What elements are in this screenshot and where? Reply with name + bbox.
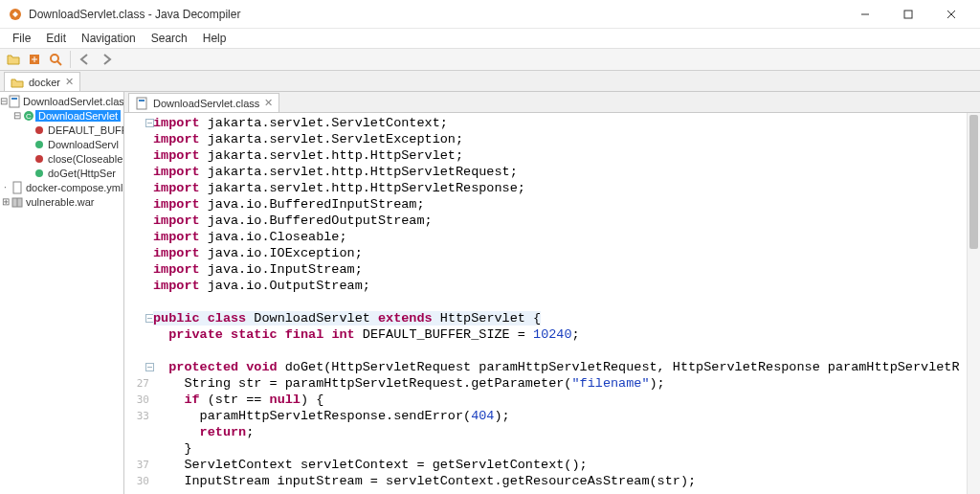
svg-line-7 bbox=[57, 61, 61, 65]
back-button[interactable] bbox=[76, 50, 95, 69]
svg-text:C: C bbox=[26, 112, 32, 121]
search-button[interactable] bbox=[46, 50, 65, 69]
scrollbar-thumb[interactable] bbox=[969, 115, 978, 249]
method-icon bbox=[33, 152, 46, 166]
class-icon: C bbox=[22, 109, 35, 123]
close-icon[interactable]: ✕ bbox=[65, 76, 74, 88]
tree-node-method-close[interactable]: close(Closeable bbox=[0, 151, 123, 166]
svg-rect-20 bbox=[139, 100, 145, 101]
method-icon bbox=[33, 167, 46, 180]
tree-node-field[interactable]: DEFAULT_BUFF bbox=[0, 123, 123, 137]
menu-file[interactable]: File bbox=[6, 31, 37, 46]
project-tab-docker[interactable]: docker ✕ bbox=[4, 72, 80, 91]
project-tabstrip: docker ✕ bbox=[0, 71, 980, 92]
method-icon bbox=[33, 138, 46, 151]
menu-search[interactable]: Search bbox=[145, 31, 194, 46]
code-body[interactable]: import jakarta.servlet.ServletContext; i… bbox=[153, 115, 967, 489]
svg-point-15 bbox=[35, 169, 43, 177]
tree-node-class-file[interactable]: ⊟ DownloadServlet.class bbox=[0, 94, 123, 108]
maximize-button[interactable] bbox=[886, 0, 929, 29]
tree-node-compose[interactable]: · docker-compose.yml bbox=[0, 180, 123, 194]
svg-point-12 bbox=[35, 126, 43, 134]
svg-rect-16 bbox=[13, 182, 21, 193]
svg-rect-8 bbox=[10, 96, 19, 107]
svg-point-13 bbox=[35, 141, 43, 148]
leaf-icon: · bbox=[0, 182, 11, 192]
toolbar bbox=[0, 48, 980, 71]
close-button[interactable] bbox=[929, 0, 972, 29]
svg-rect-2 bbox=[904, 11, 912, 18]
close-icon[interactable]: ✕ bbox=[264, 97, 273, 109]
window-title: DownloadServlet.class - Java Decompiler bbox=[29, 8, 843, 21]
gutter: 27 30 33 37 30 bbox=[124, 115, 151, 489]
tree-node-war[interactable]: ⊞ vulnerable.war bbox=[0, 194, 123, 209]
menubar: File Edit Navigation Search Help bbox=[0, 29, 980, 48]
workspace: ⊟ DownloadServlet.class ⊟ C DownloadServ… bbox=[0, 92, 980, 494]
file-icon bbox=[11, 181, 24, 194]
editor-tab-downloadservlet[interactable]: DownloadServlet.class ✕ bbox=[128, 93, 279, 112]
editor-tabstrip: DownloadServlet.class ✕ bbox=[124, 92, 980, 113]
menu-help[interactable]: Help bbox=[196, 31, 234, 46]
titlebar: DownloadServlet.class - Java Decompiler bbox=[0, 0, 980, 29]
tree-node-constructor[interactable]: DownloadServl bbox=[0, 137, 123, 151]
code-editor[interactable]: – – – 27 30 33 37 30 import jakarta.serv… bbox=[124, 113, 980, 494]
app-icon bbox=[8, 7, 23, 22]
folder-icon bbox=[11, 76, 24, 89]
editor-area: DownloadServlet.class ✕ – – – 27 30 33 3… bbox=[124, 92, 980, 494]
svg-point-6 bbox=[51, 55, 58, 62]
menu-edit[interactable]: Edit bbox=[39, 31, 73, 46]
minimize-button[interactable] bbox=[843, 0, 886, 29]
forward-button[interactable] bbox=[97, 50, 116, 69]
menu-navigation[interactable]: Navigation bbox=[75, 31, 143, 46]
class-file-icon bbox=[135, 97, 148, 110]
project-tree[interactable]: ⊟ DownloadServlet.class ⊟ C DownloadServ… bbox=[0, 92, 124, 494]
collapse-icon[interactable]: ⊟ bbox=[11, 110, 22, 121]
vertical-scrollbar[interactable] bbox=[967, 113, 980, 494]
svg-rect-19 bbox=[137, 98, 146, 109]
svg-rect-9 bbox=[11, 98, 17, 100]
svg-point-14 bbox=[35, 155, 43, 163]
editor-tab-label: DownloadServlet.class bbox=[153, 98, 259, 109]
open-file-button[interactable] bbox=[4, 50, 23, 69]
tree-node-method-doget[interactable]: doGet(HttpSer bbox=[0, 166, 123, 180]
tree-node-class[interactable]: ⊟ C DownloadServlet bbox=[0, 108, 123, 123]
collapse-icon[interactable]: ⊟ bbox=[0, 96, 8, 106]
toolbar-separator bbox=[70, 51, 71, 68]
class-file-icon bbox=[8, 95, 21, 108]
field-icon bbox=[33, 124, 46, 137]
open-type-button[interactable] bbox=[25, 50, 44, 69]
expand-icon[interactable]: ⊞ bbox=[0, 196, 11, 207]
project-tab-label: docker bbox=[29, 77, 60, 88]
archive-icon bbox=[11, 195, 24, 209]
